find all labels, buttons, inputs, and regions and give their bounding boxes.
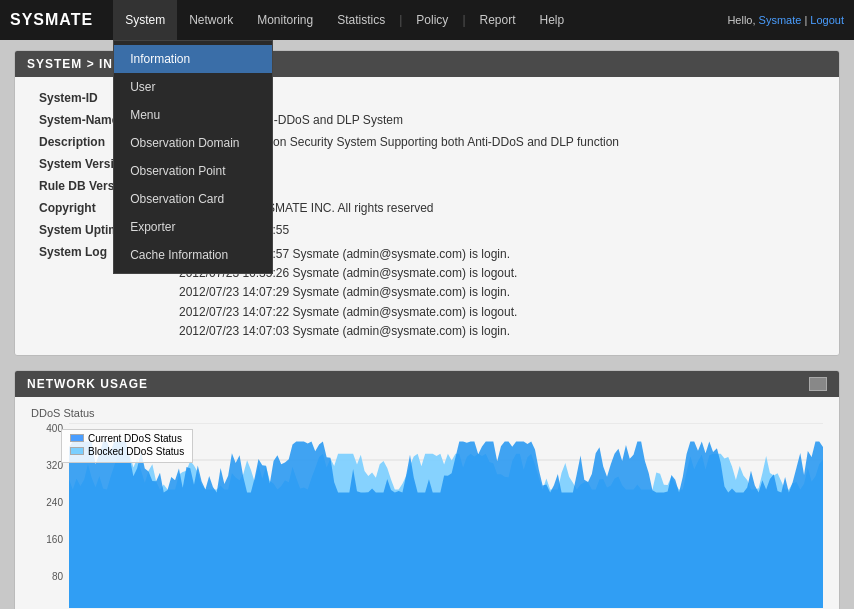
nav-item-statistics[interactable]: Statistics xyxy=(325,0,397,40)
nav-separator2: | xyxy=(460,13,467,27)
nav-item-monitoring[interactable]: Monitoring xyxy=(245,0,325,40)
dropdown-item-observation-point[interactable]: Observation Point xyxy=(114,157,272,185)
y-label-3: 160 xyxy=(46,534,63,545)
chart-title: DDoS Status xyxy=(31,407,823,419)
nav-items: System Information User Menu Observation… xyxy=(113,0,727,40)
chart-area: DDoS Status 40032024016080 Current DDoS … xyxy=(15,397,839,609)
navbar-right: Hello, Sysmate | Logout xyxy=(727,14,844,26)
nav-item-system[interactable]: System Information User Menu Observation… xyxy=(113,0,177,40)
dropdown-item-user[interactable]: User xyxy=(114,73,272,101)
nav-separator: | xyxy=(397,13,404,27)
nav-item-report[interactable]: Report xyxy=(468,0,528,40)
y-label-4: 80 xyxy=(52,571,63,582)
dropdown-item-cache-information[interactable]: Cache Information xyxy=(114,241,272,269)
dropdown-item-information[interactable]: Information xyxy=(114,45,272,73)
legend-item-0: Current DDoS Status xyxy=(70,433,184,444)
dropdown-item-observation-card[interactable]: Observation Card xyxy=(114,185,272,213)
y-label-2: 240 xyxy=(46,497,63,508)
nav-item-policy[interactable]: Policy xyxy=(404,0,460,40)
chart-legend: Current DDoS StatusBlocked DDoS Status xyxy=(61,429,193,463)
legend-label-1: Blocked DDoS Status xyxy=(88,446,184,457)
nav-item-network[interactable]: Network xyxy=(177,0,245,40)
system-dropdown: Information User Menu Observation Domain… xyxy=(113,40,273,274)
dropdown-item-observation-domain[interactable]: Observation Domain xyxy=(114,129,272,157)
logout-link[interactable]: Logout xyxy=(810,14,844,26)
legend-item-1: Blocked DDoS Status xyxy=(70,446,184,457)
panel-settings-icon[interactable] xyxy=(809,377,827,391)
chart-container: 40032024016080 Current DDoS StatusBlocke… xyxy=(31,423,823,608)
network-usage-panel: NETWORK USAGE DDoS Status 40032024016080… xyxy=(14,370,840,609)
navbar: SYSMATE System Information User Menu Obs… xyxy=(0,0,854,40)
brand-logo: SYSMATE xyxy=(10,11,93,29)
legend-label-0: Current DDoS Status xyxy=(88,433,182,444)
dropdown-item-exporter[interactable]: Exporter xyxy=(114,213,272,241)
dropdown-item-menu[interactable]: Menu xyxy=(114,101,272,129)
username-link[interactable]: Sysmate xyxy=(759,14,802,26)
network-usage-panel-header: NETWORK USAGE xyxy=(15,371,839,397)
nav-item-help[interactable]: Help xyxy=(528,0,577,40)
